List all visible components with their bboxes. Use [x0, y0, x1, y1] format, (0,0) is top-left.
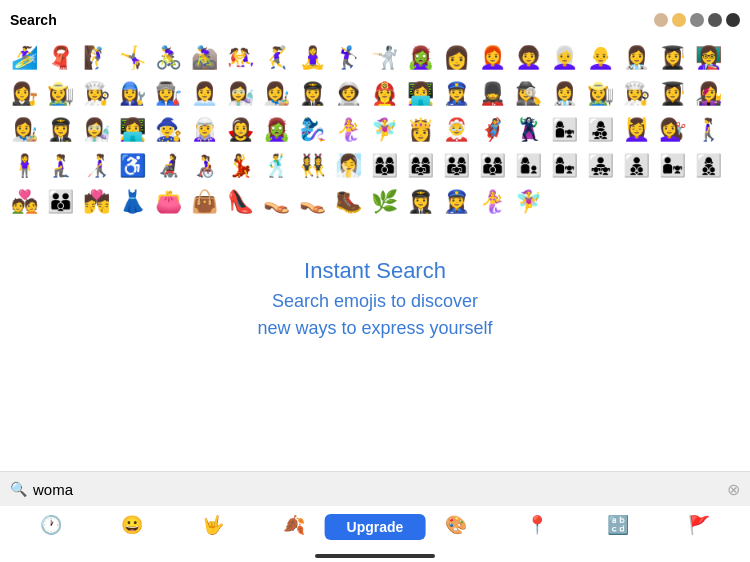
emoji-cell[interactable]: 👜: [186, 184, 222, 220]
emoji-cell[interactable]: ♿: [114, 148, 150, 184]
emoji-cell[interactable]: 🚵‍♀️: [186, 40, 222, 76]
emoji-cell[interactable]: 🧟‍♀️: [258, 112, 294, 148]
emoji-cell[interactable]: 👩‍🔧: [114, 76, 150, 112]
emoji-cell[interactable]: 🧗‍♀️: [78, 40, 114, 76]
emoji-cell[interactable]: 🧣: [42, 40, 78, 76]
emoji-cell[interactable]: 👩‍💻: [114, 112, 150, 148]
emoji-cell[interactable]: 🤺: [366, 40, 402, 76]
emoji-cell[interactable]: 🕺: [258, 148, 294, 184]
emoji-cell[interactable]: 🧙‍♀️: [150, 112, 186, 148]
emoji-cell[interactable]: 👩‍🔬: [222, 76, 258, 112]
toolbar-recents-icon[interactable]: 🕐: [40, 514, 62, 536]
emoji-cell[interactable]: 🤸‍♀️: [114, 40, 150, 76]
emoji-cell[interactable]: 👩‍🍳: [618, 76, 654, 112]
emoji-cell[interactable]: 🦹‍♀️: [510, 112, 546, 148]
emoji-cell[interactable]: 👩‍🎨: [258, 76, 294, 112]
emoji-cell[interactable]: 👩‍🦽: [186, 148, 222, 184]
emoji-cell[interactable]: 🌿: [366, 184, 402, 220]
upgrade-button[interactable]: Upgrade: [325, 514, 426, 540]
emoji-cell[interactable]: 🧎‍♀️: [42, 148, 78, 184]
emoji-cell[interactable]: 👩‍👧‍👦: [582, 112, 618, 148]
emoji-cell[interactable]: 👨‍👦‍👦: [618, 148, 654, 184]
emoji-cell[interactable]: 👩‍⚕️: [618, 40, 654, 76]
toolbar-people-icon[interactable]: 🤟: [202, 514, 224, 536]
toolbar-extra-icon[interactable]: 🚩: [688, 514, 710, 536]
emoji-cell[interactable]: 🧞‍♀️: [294, 112, 330, 148]
light-skin-dot[interactable]: [654, 13, 668, 27]
emoji-cell[interactable]: 🧛‍♀️: [222, 112, 258, 148]
emoji-cell[interactable]: 👨‍👩‍👧: [438, 148, 474, 184]
emoji-cell[interactable]: 👩‍🦼: [150, 148, 186, 184]
search-input[interactable]: [33, 481, 727, 498]
emoji-cell[interactable]: 👩‍✈️: [42, 112, 78, 148]
emoji-cell[interactable]: 🤼‍♀️: [222, 40, 258, 76]
emoji-cell[interactable]: 👪: [42, 184, 78, 220]
emoji-cell[interactable]: 🧜‍♀️: [474, 184, 510, 220]
emoji-cell[interactable]: 👩‍🌾: [582, 76, 618, 112]
skin-tone-selector[interactable]: [654, 13, 740, 27]
toolbar-nature-icon[interactable]: 🍂: [283, 514, 305, 536]
emoji-cell[interactable]: 🧍‍♀️: [6, 148, 42, 184]
emoji-cell[interactable]: 👩‍💻: [402, 76, 438, 112]
medium-light-skin-dot[interactable]: [672, 13, 686, 27]
emoji-cell[interactable]: 🏌️‍♀️: [330, 40, 366, 76]
emoji-cell[interactable]: 🤶: [438, 112, 474, 148]
emoji-cell[interactable]: 👩‍👦‍👦: [690, 148, 726, 184]
emoji-cell[interactable]: 💑: [6, 184, 42, 220]
emoji-cell[interactable]: 👩‍🦯: [78, 148, 114, 184]
emoji-cell[interactable]: 👩‍🔬: [78, 112, 114, 148]
emoji-cell[interactable]: 👩‍✈️: [294, 76, 330, 112]
toolbar-objects-icon[interactable]: 🎨: [445, 514, 467, 536]
emoji-cell[interactable]: 👮‍♀️: [438, 184, 474, 220]
emoji-cell[interactable]: 👩‍👧: [546, 148, 582, 184]
emoji-cell[interactable]: 👩‍🦲: [582, 40, 618, 76]
emoji-cell[interactable]: 🧜‍♀️: [330, 112, 366, 148]
emoji-cell[interactable]: 🏄‍♀️: [6, 40, 42, 76]
emoji-cell[interactable]: 👩‍🎓: [654, 76, 690, 112]
emoji-cell[interactable]: 🧚‍♀️: [510, 184, 546, 220]
emoji-cell[interactable]: 👩‍🦳: [546, 40, 582, 76]
emoji-cell[interactable]: 🧖‍♀️: [330, 148, 366, 184]
emoji-cell[interactable]: 🚶‍♀️: [690, 112, 726, 148]
emoji-cell[interactable]: 🚴‍♀️: [150, 40, 186, 76]
emoji-cell[interactable]: 👩‍🏭: [150, 76, 186, 112]
emoji-cell[interactable]: 👸: [402, 112, 438, 148]
emoji-cell[interactable]: 👩: [438, 40, 474, 76]
medium-skin-dot[interactable]: [690, 13, 704, 27]
emoji-cell[interactable]: 👩‍🏫: [690, 40, 726, 76]
emoji-cell[interactable]: 🧝‍♀️: [186, 112, 222, 148]
emoji-cell[interactable]: 👩‍🍳: [78, 76, 114, 112]
emoji-cell[interactable]: 👩‍💼: [186, 76, 222, 112]
emoji-cell[interactable]: 💃: [222, 148, 258, 184]
emoji-cell[interactable]: 🥾: [330, 184, 366, 220]
emoji-cell[interactable]: 👩‍✈️: [402, 184, 438, 220]
emoji-cell[interactable]: 👠: [222, 184, 258, 220]
toolbar-symbols-icon[interactable]: 📍: [526, 514, 548, 536]
emoji-cell[interactable]: 👯‍♀️: [294, 148, 330, 184]
emoji-cell[interactable]: 👩‍🚒: [366, 76, 402, 112]
emoji-cell[interactable]: 🧘‍♀️: [294, 40, 330, 76]
clear-search-icon[interactable]: ⊗: [727, 480, 740, 499]
emoji-cell[interactable]: 🤾‍♀️: [258, 40, 294, 76]
emoji-cell[interactable]: 👛: [150, 184, 186, 220]
emoji-cell[interactable]: 👨‍👧‍👧: [582, 148, 618, 184]
emoji-cell[interactable]: 💂‍♀️: [474, 76, 510, 112]
emoji-cell[interactable]: 👡: [294, 184, 330, 220]
emoji-cell[interactable]: 👨‍👩‍👦: [474, 148, 510, 184]
emoji-cell[interactable]: 👩‍🌾: [42, 76, 78, 112]
emoji-cell[interactable]: 👮‍♀️: [438, 76, 474, 112]
emoji-cell[interactable]: 👩‍👩‍👧: [402, 148, 438, 184]
emoji-cell[interactable]: 👩‍👩‍👦: [366, 148, 402, 184]
dark-skin-dot[interactable]: [726, 13, 740, 27]
emoji-cell[interactable]: 👩‍👧: [546, 112, 582, 148]
emoji-cell[interactable]: 👨‍👧: [654, 148, 690, 184]
toolbar-flags-icon[interactable]: 🔡: [607, 514, 629, 536]
emoji-cell[interactable]: 👩‍🦱: [510, 40, 546, 76]
toolbar-smileys-icon[interactable]: 😀: [121, 514, 143, 536]
emoji-cell[interactable]: 💇‍♀️: [654, 112, 690, 148]
emoji-cell[interactable]: 🧚‍♀️: [366, 112, 402, 148]
emoji-cell[interactable]: 👩‍🚀: [330, 76, 366, 112]
emoji-cell[interactable]: 💆‍♀️: [618, 112, 654, 148]
emoji-cell[interactable]: 👩‍🎨: [6, 112, 42, 148]
emoji-cell[interactable]: 👩‍🎓: [654, 40, 690, 76]
